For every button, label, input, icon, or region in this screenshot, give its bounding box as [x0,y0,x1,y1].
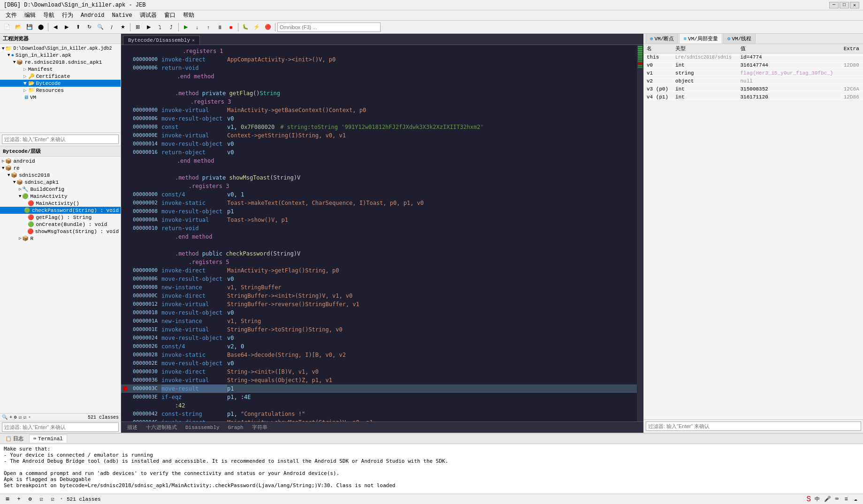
tab-strings[interactable]: 字符串 [248,422,272,432]
menu-item-行为[interactable]: 行为 [58,10,77,20]
code-line: .end method [121,72,637,81]
bytecode-mainactivity[interactable]: ▼ 🟢 MainActivity [0,193,121,200]
bytecode-oncreate[interactable]: ▷ 🟢 onCreate(Bundle) : void [0,221,121,228]
tool-dbg3[interactable]: 🔴 [263,22,273,32]
tab-graph[interactable]: Graph [224,423,248,432]
tool-play[interactable]: ▶ [144,22,154,32]
code-line-blank [121,241,637,249]
vm-cell-value: id=4774 [738,53,841,61]
vm-row-v0: v0 int 316147744 12D80 [644,61,863,69]
operands: v1, String [227,317,261,325]
bytecode-getflag[interactable]: ▷ 🔴 getFlag() : String [0,214,121,221]
tree-arrow: ▼ [2,46,4,51]
menu-item-帮助[interactable]: 帮助 [179,10,198,20]
tree-item-root[interactable]: ▼ 📁 D:\Download\Sign_in_killer.apk.jdb2 [0,45,121,52]
menu-item-调试器[interactable]: 调试器 [136,10,160,20]
tool-run[interactable]: ▶ [181,22,191,32]
tool-star[interactable]: ★ [118,22,128,32]
toolbar-sep3 [178,23,179,31]
bytecode-android[interactable]: ▷ 📦 android [0,158,121,165]
code-scroll[interactable]: .registers 1 00000000 invoke-direct AppC… [121,45,637,421]
bytecode-showmsgtoast[interactable]: ▷ 🔴 showMsgToast(String) : void [0,228,121,235]
project-filter-input[interactable] [2,135,119,144]
tool-step[interactable]: ⤵ [155,22,165,32]
tab-description[interactable]: 描述 [123,422,142,432]
bytecode-panel: Bytecode/层级 ▷ 📦 android ▼ 📦 re ▼ [0,146,121,433]
tab-close-icon[interactable]: ✕ [192,38,195,43]
bytecode-re[interactable]: ▼ 📦 re [0,165,121,172]
bytecode-buildconfig[interactable]: ▷ 🔧 BuildConfig [0,186,121,193]
status-gear-icon[interactable]: ⚙ [26,496,34,503]
tree-item-cert[interactable]: ▷ 🔑 Certificate [0,73,121,80]
vm-filter [644,419,863,433]
bytecode-sdnisc-apk1[interactable]: ▼ 📦 sdnisc_apk1 [0,179,121,186]
addr: 00000028 [129,351,161,359]
tree-item-vm[interactable]: 🖥 VM [0,94,121,101]
menu-item-窗口[interactable]: 窗口 [160,10,179,20]
status-check1-icon[interactable]: ☑ [38,496,45,503]
tool-comment[interactable]: / [107,22,117,32]
minimize-button[interactable]: ─ [829,2,839,8]
tool-pause[interactable]: ⏸ [214,22,225,32]
menu-item-Native[interactable]: Native [108,11,136,20]
tree-item-apk[interactable]: ▼ ● Sign_in_killer.apk [0,52,121,59]
bytecode-checkpassword[interactable]: ▷ 🟢 checkPassword(String) : void [0,207,121,214]
tool-stepout[interactable]: ↑ [203,22,214,32]
status-plus-icon[interactable]: + [15,496,23,503]
tab-disassembly[interactable]: Disassembly [181,423,224,432]
tree-item-bytecode[interactable]: ▼ 📂 Bytecode [0,80,121,87]
addr: 00000014 [129,140,161,148]
tab-vm-threads[interactable]: ⚙ VM/线程 [723,33,756,44]
tree-item-resources[interactable]: ▷ 📁 Resources [0,87,121,94]
omnibox-input[interactable] [277,23,381,32]
tool-dbg2[interactable]: ⚡ [252,22,262,32]
left-panel: 工程浏览器 ▼ 📁 D:\Download\Sign_in_killer.apk… [0,34,121,433]
tab-log[interactable]: 📋 日志 [2,434,27,443]
bytecode-r[interactable]: ▷ 📦 R [0,235,121,242]
status-check2-icon[interactable]: ☑ [49,496,56,503]
tool-stepin[interactable]: ↓ [192,22,202,32]
status-kb-icon[interactable]: ⌨ [833,496,840,503]
terminal-area[interactable]: Make sure that: - Your device is connect… [0,444,863,494]
tab-vm-breakpoints[interactable]: ⊕ VM/断点 [646,33,678,44]
menu-item-文件[interactable]: 文件 [2,10,21,20]
tab-vm-locals[interactable]: ≡ VM/局部变量 [679,33,722,44]
minimap-mark [638,55,642,57]
status-settings-icon[interactable]: ≡ [842,496,850,503]
title-bar: [DBG] D:\Download\Sign_in_killer.apk - J… [0,0,863,10]
tab-bytecode-disassembly[interactable]: Bytecode/Disassembly ✕ [123,36,200,45]
tool-forward[interactable]: ▶ [61,22,72,32]
tool-open[interactable]: 📂 [13,22,23,32]
close-button[interactable]: ✕ [850,2,859,8]
status-grid-icon[interactable]: ⊞ [4,496,11,503]
bytecode-sdnisc2018[interactable]: ▼ 📦 sdnisc2018 [0,172,121,179]
tool-search[interactable]: 🔍 [95,22,106,32]
menu-item-导航[interactable]: 导航 [39,10,58,20]
vm-filter-input[interactable] [646,421,861,431]
bytecode-panel-header: Bytecode/层级 [0,146,121,157]
status-mic-icon[interactable]: 🎤 [824,496,831,503]
menu-item-Android[interactable]: Android [77,11,108,20]
tool-dbg1[interactable]: 🐛 [240,22,251,32]
menu-item-编辑[interactable]: 编辑 [21,10,39,20]
bytecode-mainactivity-ctor[interactable]: ▷ 🔴 MainActivity() [0,200,121,207]
toolbar-sep1 [48,23,48,31]
bytecode-filter-input[interactable] [2,422,119,432]
tool-refresh[interactable]: ↻ [84,22,94,32]
tool-step2[interactable]: ⤴ [166,22,176,32]
tool-new[interactable]: 📄 [2,22,12,32]
tool-up[interactable]: ⬆ [73,22,83,32]
tool-stop[interactable]: ■ [226,22,236,32]
vm-cell-type: int [672,93,737,101]
tool-back[interactable]: ◀ [50,22,61,32]
tool-save[interactable]: 💾 [24,22,35,32]
tab-terminal[interactable]: ⌨ Terminal [29,435,67,443]
tree-item-pkg[interactable]: ▼ 📦 re.sdnisc2018.sdnisc_apk1 [0,59,121,66]
maximize-button[interactable]: □ [840,2,849,8]
tool-dot[interactable]: ⬤ [36,22,46,32]
minimap-mark [638,52,642,53]
tab-hex[interactable]: 十六进制格式 [142,422,181,432]
status-cloud-icon[interactable]: ☁ [852,496,859,503]
tree-item-manifest[interactable]: ▷ Manifest [0,66,121,73]
tool-grid[interactable]: ⊞ [132,22,143,32]
